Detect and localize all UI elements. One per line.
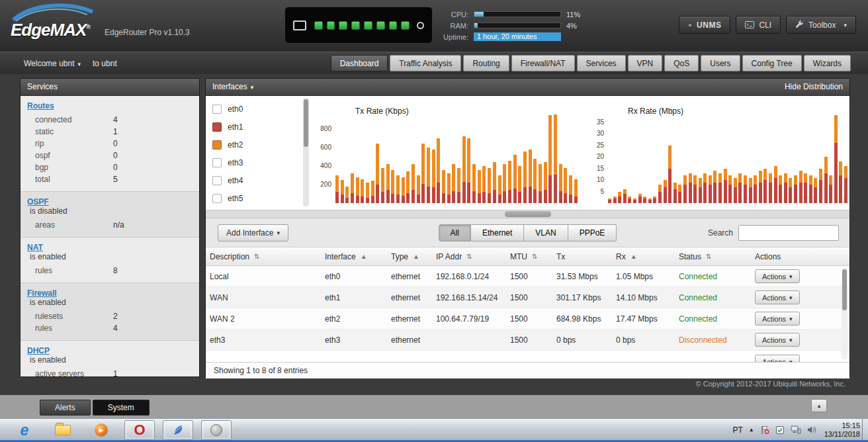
- interface-label: eth4: [228, 176, 243, 185]
- filter-pppoe[interactable]: PPPoE: [568, 224, 617, 242]
- column-header-rx[interactable]: Rx▲: [612, 252, 675, 261]
- filter-ethernet[interactable]: Ethernet: [471, 224, 524, 242]
- tab-wizards[interactable]: Wizards: [804, 55, 851, 71]
- checkbox-eth1[interactable]: [212, 122, 222, 132]
- interface-toggle-eth5[interactable]: eth5: [212, 189, 297, 207]
- filter-vlan[interactable]: VLAN: [524, 224, 568, 242]
- column-header-type[interactable]: Type▲: [387, 252, 432, 261]
- pinned-app-icon[interactable]: [201, 420, 232, 440]
- interface-toggle-eth1[interactable]: eth1: [212, 118, 297, 136]
- tab-dashboard[interactable]: Dashboard: [331, 55, 388, 71]
- stacked-bar: [673, 183, 677, 204]
- interface-list-scrollbar[interactable]: [303, 98, 309, 206]
- bar-segment-eth2: [472, 164, 476, 191]
- column-header-status[interactable]: Status⇅: [675, 252, 751, 261]
- bar-segment-eth2: [417, 175, 420, 195]
- tab-users[interactable]: Users: [701, 55, 740, 71]
- table-scrollbar[interactable]: [842, 268, 847, 359]
- language-indicator[interactable]: PT: [732, 425, 742, 435]
- bar-segment-eth2: [794, 175, 797, 185]
- bottom-tab-alerts[interactable]: Alerts: [40, 400, 91, 416]
- bar-segment-eth2: [335, 175, 339, 192]
- tab-routing[interactable]: Routing: [463, 55, 509, 71]
- stacked-bar: [709, 175, 712, 203]
- bottom-tab-system[interactable]: System: [93, 400, 150, 416]
- file-explorer-icon[interactable]: [48, 420, 78, 440]
- interface-toggle-eth0[interactable]: eth0: [212, 100, 297, 118]
- row-actions-button[interactable]: Actions: [755, 355, 800, 362]
- charts-horizontal-scrollbar[interactable]: [206, 210, 849, 218]
- collapse-panel-button[interactable]: ▴: [811, 399, 827, 412]
- opera-browser-icon[interactable]: O: [124, 420, 155, 440]
- taskbar-clock[interactable]: 15:15 13/11/2018: [824, 421, 860, 439]
- checkbox-eth0[interactable]: [212, 105, 222, 114]
- internet-explorer-icon[interactable]: e: [9, 420, 40, 440]
- volume-icon[interactable]: [807, 425, 816, 434]
- column-header-ip-addr[interactable]: IP Addr⇅: [432, 252, 506, 261]
- section-title: DHCPis enabled: [27, 346, 193, 365]
- cli-button[interactable]: CLI: [736, 16, 781, 34]
- show-desktop-button[interactable]: [862, 419, 868, 441]
- stacked-bar: [613, 197, 617, 204]
- bar-segment-eth1: [618, 197, 621, 204]
- feather-app-icon[interactable]: [163, 420, 193, 440]
- bar-segment-eth2: [683, 175, 687, 185]
- y-tick-label: 20: [597, 153, 604, 160]
- tab-vpn[interactable]: VPN: [628, 55, 663, 71]
- hidden-icons-button[interactable]: ▲: [749, 427, 754, 433]
- row-actions-button[interactable]: Actions: [755, 312, 800, 326]
- tab-firewall-nat[interactable]: Firewall/NAT: [511, 55, 575, 71]
- network-icon[interactable]: [791, 425, 801, 434]
- interface-toggle-eth3[interactable]: eth3: [212, 154, 297, 171]
- checkbox-eth4[interactable]: [212, 176, 222, 185]
- sidebar-link-nat[interactable]: NAT: [27, 243, 43, 252]
- stacked-bar: [789, 178, 792, 204]
- checkbox-eth2[interactable]: [212, 140, 222, 150]
- tab-config-tree[interactable]: Config Tree: [742, 55, 802, 71]
- bar-segment-eth2: [478, 170, 481, 193]
- bar-segment-eth2: [366, 183, 369, 197]
- interface-toggle-eth2[interactable]: eth2: [212, 136, 297, 154]
- sidebar-link-ospf[interactable]: OSPF: [27, 197, 49, 206]
- bar-segment-eth2: [703, 173, 707, 183]
- add-interface-button[interactable]: Add Interface: [218, 224, 288, 242]
- sidebar-link-dhcp[interactable]: DHCP: [27, 346, 50, 355]
- sidebar-link-routes[interactable]: Routes: [27, 101, 54, 111]
- action-center-flag-icon[interactable]: [760, 425, 769, 435]
- tab-qos[interactable]: QoS: [664, 55, 699, 71]
- stat-row-rules: rules8: [27, 265, 193, 277]
- toolbox-button[interactable]: Toolbox: [786, 16, 856, 34]
- scrollbar-handle[interactable]: [304, 99, 308, 147]
- media-player-icon[interactable]: ▶: [86, 420, 116, 440]
- checkbox-eth5[interactable]: [212, 194, 222, 203]
- tab-traffic-analysis[interactable]: Traffic Analysis: [390, 55, 461, 71]
- user-menu[interactable]: Welcome ubnt: [24, 59, 81, 68]
- column-header-description[interactable]: Description⇅: [206, 252, 321, 261]
- clock-date: 13/11/2018: [824, 430, 860, 439]
- search-input[interactable]: [738, 225, 839, 241]
- interfaces-title[interactable]: Interfaces: [212, 79, 253, 95]
- row-actions-button[interactable]: Actions: [755, 290, 800, 304]
- column-header-interface[interactable]: Interface▲: [321, 252, 387, 261]
- interface-toggle-eth4[interactable]: eth4: [212, 171, 297, 189]
- checkbox-eth3[interactable]: [212, 158, 222, 167]
- unms-button[interactable]: ●UNMS: [679, 16, 730, 34]
- column-header-mtu[interactable]: MTU⇅: [506, 252, 552, 261]
- row-actions-button[interactable]: Actions: [755, 333, 800, 347]
- sort-icon: ⇅: [532, 253, 537, 260]
- scrollbar-handle[interactable]: [505, 211, 551, 217]
- filter-all[interactable]: All: [439, 224, 471, 242]
- hide-distribution-link[interactable]: Hide Distribution: [785, 79, 843, 95]
- tab-services[interactable]: Services: [577, 55, 626, 71]
- cell: eth0: [321, 272, 387, 281]
- scrollbar-handle[interactable]: [842, 269, 847, 310]
- bar-segment-eth1: [478, 193, 481, 203]
- stat-row-rip: rip0: [27, 138, 193, 150]
- row-actions-button[interactable]: Actions: [755, 269, 800, 283]
- app-header: EdgeMAX® EdgeRouter Pro v1.10.3 CPU: 11%…: [0, 0, 868, 52]
- bar-segment-eth1: [678, 192, 681, 204]
- stat-row-active-servers: active servers1: [27, 368, 193, 377]
- section-title: Routes: [27, 101, 193, 111]
- updates-icon[interactable]: [775, 425, 785, 435]
- sidebar-link-firewall[interactable]: Firewall: [27, 288, 57, 298]
